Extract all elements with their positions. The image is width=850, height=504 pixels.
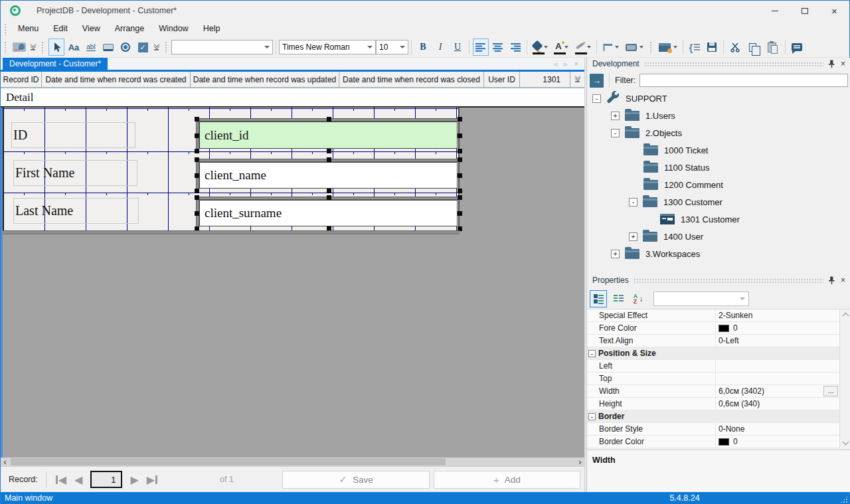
field-client-surname[interactable]: client_surname [199, 200, 458, 226]
control-frame-button[interactable] [623, 39, 645, 56]
border-style-button[interactable] [600, 39, 622, 56]
underline-button[interactable]: U [450, 39, 466, 56]
close-panel-icon[interactable]: × [841, 276, 845, 285]
font-family-combo[interactable]: Times New Roman [279, 40, 376, 54]
bold-button[interactable]: B [415, 39, 431, 56]
expander-icon[interactable]: - [588, 350, 596, 357]
scroll-left-icon[interactable]: ‹ [1, 458, 9, 466]
tree-item-1200-comment[interactable]: 1200 Comment [587, 176, 850, 193]
align-right-button[interactable] [507, 39, 523, 56]
toolbar-grip[interactable] [649, 41, 653, 53]
first-record-button[interactable]: ◀ [56, 473, 66, 486]
tree-item-users[interactable]: + 1.Users [587, 107, 850, 124]
property-filter-combo[interactable] [653, 292, 749, 306]
resize-handle[interactable] [195, 117, 199, 122]
radio-tool-button[interactable] [118, 39, 133, 56]
save-record-button[interactable]: ✓ Save [282, 471, 430, 489]
resize-handle[interactable] [195, 157, 199, 162]
highlight-color-button[interactable] [573, 39, 593, 56]
label-first-name[interactable]: First Name [13, 160, 137, 186]
fill-color-button[interactable] [531, 39, 551, 56]
property-grid-scrollbar[interactable] [839, 309, 850, 448]
field-header-updated[interactable]: Date and time when record was updated [191, 72, 339, 87]
resize-handle[interactable] [458, 133, 462, 138]
resize-handle[interactable] [195, 133, 199, 138]
tree-item-objects[interactable]: - 2.Objects [587, 124, 850, 141]
field-header-record-number[interactable]: 1301 [520, 72, 570, 87]
toolbar-grip[interactable] [165, 41, 168, 53]
form-settings-button[interactable] [657, 39, 679, 56]
label-id[interactable]: ID [11, 122, 135, 148]
tab-scroll-left-icon[interactable]: ◃ [554, 60, 558, 68]
field-header-closed[interactable]: Date and time when record was closed [339, 72, 484, 87]
pointer-tool-button[interactable] [48, 39, 64, 56]
tab-scroll-right-icon[interactable]: ▹ [564, 60, 568, 68]
menu-item-window[interactable]: Window [151, 21, 195, 37]
categorized-view-button[interactable] [590, 290, 607, 307]
add-record-button[interactable]: + Add [434, 471, 580, 489]
menu-item-help[interactable]: Help [196, 21, 228, 37]
field-header-user-id[interactable]: User ID [484, 72, 520, 87]
comment-button[interactable] [789, 39, 805, 56]
resize-handle[interactable] [327, 189, 331, 193]
scroll-down-icon[interactable] [843, 439, 849, 446]
property-row-top[interactable]: Top [587, 373, 839, 385]
detail-section-header[interactable]: Detail [1, 88, 584, 108]
toolbar-grip[interactable] [4, 41, 7, 53]
resize-handle[interactable] [458, 211, 462, 216]
menu-item-menu[interactable]: Menu [11, 21, 46, 37]
resize-handle[interactable] [195, 149, 199, 153]
property-row-width[interactable]: Width 6,0см (3402) ... [587, 385, 839, 398]
align-left-button[interactable] [473, 39, 489, 56]
resize-handle[interactable] [195, 211, 199, 216]
scrollbar-thumb[interactable] [11, 458, 446, 465]
tab-close-icon[interactable]: × [574, 60, 578, 68]
field-client-name[interactable]: client_name [199, 162, 458, 189]
cut-button[interactable] [727, 39, 743, 56]
label-last-name[interactable]: Last Name [13, 198, 139, 224]
form-design-canvas[interactable]: ID First Name Last Name client_id client… [1, 108, 584, 458]
checkbox-tool-button[interactable]: ✓ [135, 39, 151, 56]
resize-handle[interactable] [195, 173, 199, 178]
label-tool-button[interactable]: Aa [66, 39, 82, 56]
resize-handle[interactable] [458, 195, 462, 200]
field-header-record-id[interactable]: Record ID [1, 72, 42, 87]
expander-icon[interactable]: + [611, 250, 620, 258]
tree-item-1300-customer[interactable]: - 1300 Customer [587, 193, 850, 210]
list-view-button[interactable] [610, 290, 627, 307]
expander-icon[interactable]: + [629, 232, 638, 241]
font-size-combo[interactable]: 10 [376, 40, 408, 54]
resize-handle[interactable] [458, 189, 462, 193]
expander-icon[interactable]: - [592, 94, 601, 103]
align-center-button[interactable] [490, 39, 506, 56]
resize-handle[interactable] [195, 195, 199, 200]
next-record-button[interactable]: ▶ [130, 473, 138, 486]
tree-item-1400-user[interactable]: + 1400 User [587, 228, 850, 245]
menu-item-arrange[interactable]: Arrange [108, 21, 151, 37]
toolbar-grip[interactable] [41, 41, 44, 53]
horizontal-scrollbar[interactable]: ‹ › [1, 458, 584, 466]
resize-grip[interactable] [840, 495, 848, 503]
resize-handle[interactable] [458, 117, 462, 122]
tree-item-workspaces[interactable]: + 3.Workspaces [587, 245, 850, 262]
property-row-border-color[interactable]: Border Color 0 [587, 436, 839, 448]
maximize-button[interactable] [790, 1, 819, 21]
property-row-fore-color[interactable]: Fore Color 0 [587, 322, 839, 335]
resize-handle[interactable] [327, 149, 331, 153]
resize-handle[interactable] [327, 195, 331, 200]
previous-record-button[interactable]: ◀ [74, 473, 82, 486]
filter-input[interactable] [639, 74, 848, 87]
menu-item-edit[interactable]: Edit [46, 21, 75, 37]
field-client-id[interactable]: client_id [199, 122, 458, 149]
button-tool-button[interactable] [100, 39, 116, 56]
scroll-right-icon[interactable]: › [576, 458, 584, 466]
field-list-button[interactable]: { [687, 39, 703, 56]
property-category-position-size[interactable]: - Position & Size [587, 347, 839, 360]
font-color-button[interactable]: A [552, 39, 572, 56]
scroll-up-icon[interactable] [843, 313, 849, 319]
field-header-more[interactable] [570, 72, 584, 87]
resize-handle[interactable] [458, 157, 462, 162]
sort-alphabetical-button[interactable]: AZ ↓ [630, 290, 647, 307]
expander-icon[interactable]: + [611, 112, 620, 120]
resize-handle[interactable] [327, 157, 331, 162]
